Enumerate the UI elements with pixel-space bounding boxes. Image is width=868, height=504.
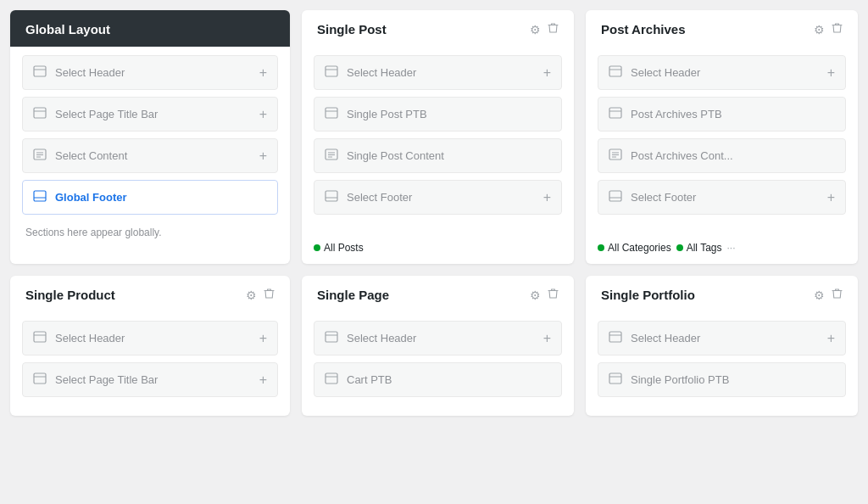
row-plus-single-product-0[interactable]: + bbox=[259, 331, 267, 346]
row-plus-single-post-3[interactable]: + bbox=[543, 190, 551, 205]
gear-icon-post-archives[interactable]: ⚙ bbox=[814, 23, 825, 36]
row-label-single-post-0: Select Header bbox=[347, 66, 416, 79]
card-single-page: Single Page⚙ Select Header+ Cart PTB bbox=[302, 276, 574, 416]
row-left-single-post-0: Select Header bbox=[325, 64, 416, 81]
row-left-global-layout-3: Global Footer bbox=[33, 189, 127, 205]
row-item-single-page-1[interactable]: Cart PTB bbox=[314, 362, 562, 397]
tag-label: All Categories bbox=[608, 242, 671, 254]
row-left-single-product-1: Select Page Title Bar bbox=[33, 372, 158, 388]
row-label-global-layout-2: Select Content bbox=[55, 149, 127, 162]
row-type-icon-post-archives-0 bbox=[609, 64, 622, 81]
row-plus-single-page-0[interactable]: + bbox=[543, 331, 551, 346]
row-item-single-post-2[interactable]: Single Post Content bbox=[314, 138, 562, 173]
row-label-single-post-3: Select Footer bbox=[347, 191, 412, 204]
row-type-icon-global-layout-3 bbox=[33, 189, 47, 205]
row-label-single-page-1: Cart PTB bbox=[347, 373, 392, 386]
row-plus-global-layout-2[interactable]: + bbox=[259, 148, 267, 164]
tag-dot bbox=[598, 244, 604, 251]
row-plus-post-archives-0[interactable]: + bbox=[827, 65, 835, 81]
svg-rect-20 bbox=[609, 66, 621, 76]
row-plus-single-product-1[interactable]: + bbox=[259, 372, 267, 388]
row-item-global-layout-1[interactable]: Select Page Title Bar+ bbox=[22, 97, 278, 132]
row-item-single-product-1[interactable]: Select Page Title Bar+ bbox=[22, 362, 278, 397]
card-header-single-post: Single Post⚙ bbox=[302, 10, 574, 47]
row-item-single-product-0[interactable]: Select Header+ bbox=[22, 321, 278, 356]
row-item-global-layout-0[interactable]: Select Header+ bbox=[22, 55, 278, 90]
row-item-single-portfolio-0[interactable]: Select Header+ bbox=[598, 321, 846, 356]
row-item-single-portfolio-1[interactable]: Single Portfolio PTB bbox=[598, 362, 846, 397]
row-plus-global-layout-0[interactable]: + bbox=[259, 65, 267, 81]
row-left-post-archives-3: Select Footer bbox=[609, 189, 696, 205]
row-label-post-archives-1: Post Archives PTB bbox=[631, 108, 722, 120]
row-item-global-layout-3[interactable]: Global Footer bbox=[22, 180, 278, 215]
trash-icon-post-archives[interactable] bbox=[832, 22, 843, 36]
card-header-post-archives: Post Archives⚙ bbox=[586, 10, 858, 47]
card-title-single-page: Single Page bbox=[317, 288, 389, 302]
row-type-icon-global-layout-0 bbox=[33, 64, 47, 81]
svg-rect-10 bbox=[326, 66, 337, 76]
trash-icon-single-page[interactable] bbox=[548, 288, 559, 302]
svg-rect-2 bbox=[34, 108, 46, 118]
row-item-global-layout-2[interactable]: Select Content+ bbox=[22, 138, 278, 173]
row-item-post-archives-1[interactable]: Post Archives PTB bbox=[598, 97, 846, 132]
row-left-single-portfolio-1: Single Portfolio PTB bbox=[609, 372, 729, 388]
row-label-global-layout-1: Select Page Title Bar bbox=[55, 108, 158, 120]
row-label-post-archives-0: Select Header bbox=[631, 66, 700, 79]
row-item-single-post-1[interactable]: Single Post PTB bbox=[314, 97, 562, 132]
row-plus-post-archives-3[interactable]: + bbox=[827, 190, 835, 205]
row-label-global-layout-0: Select Header bbox=[55, 66, 125, 79]
row-type-icon-single-post-0 bbox=[325, 64, 338, 81]
row-item-single-post-3[interactable]: Select Footer+ bbox=[314, 180, 562, 215]
card-post-archives: Post Archives⚙ Select Header+ Post Archi… bbox=[586, 10, 858, 264]
row-left-post-archives-2: Post Archives Cont... bbox=[609, 148, 733, 164]
row-item-post-archives-0[interactable]: Select Header+ bbox=[598, 55, 846, 90]
row-left-single-post-2: Single Post Content bbox=[325, 148, 444, 164]
trash-icon-single-product[interactable] bbox=[264, 288, 275, 302]
row-left-single-page-1: Cart PTB bbox=[325, 372, 392, 388]
svg-rect-12 bbox=[326, 108, 337, 118]
gear-icon-single-page[interactable]: ⚙ bbox=[530, 288, 541, 302]
card-title-single-portfolio: Single Portfolio bbox=[601, 288, 695, 302]
row-plus-single-post-0[interactable]: + bbox=[543, 65, 551, 81]
row-label-single-post-1: Single Post PTB bbox=[347, 108, 427, 120]
trash-icon-single-post[interactable] bbox=[548, 22, 559, 36]
tag-dot bbox=[676, 244, 683, 251]
row-item-single-post-0[interactable]: Select Header+ bbox=[314, 55, 562, 90]
row-type-icon-post-archives-2 bbox=[609, 148, 622, 164]
row-type-icon-global-layout-2 bbox=[33, 148, 47, 164]
row-item-single-page-0[interactable]: Select Header+ bbox=[314, 321, 562, 356]
row-type-icon-single-product-0 bbox=[33, 330, 47, 346]
card-body-global-layout: Select Header+ Select Page Title Bar+ Se… bbox=[10, 47, 290, 252]
card-single-product: Single Product⚙ Select Header+ Select Pa… bbox=[10, 276, 290, 416]
svg-rect-34 bbox=[326, 332, 337, 342]
row-left-single-product-0: Select Header bbox=[33, 330, 125, 346]
footer-text-global-layout: Sections here appear globally. bbox=[22, 221, 278, 240]
row-type-icon-single-post-1 bbox=[325, 106, 338, 122]
row-item-post-archives-3[interactable]: Select Footer+ bbox=[598, 180, 846, 215]
gear-icon-single-product[interactable]: ⚙ bbox=[246, 288, 257, 302]
row-left-global-layout-0: Select Header bbox=[33, 64, 125, 81]
trash-icon-single-portfolio[interactable] bbox=[832, 288, 843, 302]
card-header-single-portfolio: Single Portfolio⚙ bbox=[586, 276, 858, 312]
row-type-icon-post-archives-3 bbox=[609, 189, 622, 205]
row-left-single-post-3: Select Footer bbox=[325, 189, 412, 205]
row-type-icon-global-layout-1 bbox=[33, 106, 47, 122]
svg-rect-40 bbox=[609, 373, 621, 384]
row-plus-global-layout-1[interactable]: + bbox=[259, 107, 267, 122]
row-left-global-layout-2: Select Content bbox=[33, 148, 127, 164]
svg-rect-28 bbox=[609, 191, 621, 201]
row-left-post-archives-0: Select Header bbox=[609, 64, 700, 81]
gear-icon-single-post[interactable]: ⚙ bbox=[530, 23, 541, 36]
row-plus-single-portfolio-0[interactable]: + bbox=[827, 331, 835, 346]
card-header-single-page: Single Page⚙ bbox=[302, 276, 574, 312]
more-tags-icon-post-archives[interactable]: ··· bbox=[727, 242, 736, 254]
gear-icon-single-portfolio[interactable]: ⚙ bbox=[814, 288, 825, 302]
tag-all-categories: All Categories bbox=[598, 242, 671, 254]
card-actions-single-post: ⚙ bbox=[530, 22, 559, 36]
card-header-single-product: Single Product⚙ bbox=[10, 276, 290, 312]
tag-label: All Posts bbox=[324, 242, 364, 254]
row-left-single-post-1: Single Post PTB bbox=[325, 106, 427, 122]
card-title-single-product: Single Product bbox=[25, 288, 115, 302]
row-label-post-archives-3: Select Footer bbox=[631, 191, 696, 204]
row-item-post-archives-2[interactable]: Post Archives Cont... bbox=[598, 138, 846, 173]
